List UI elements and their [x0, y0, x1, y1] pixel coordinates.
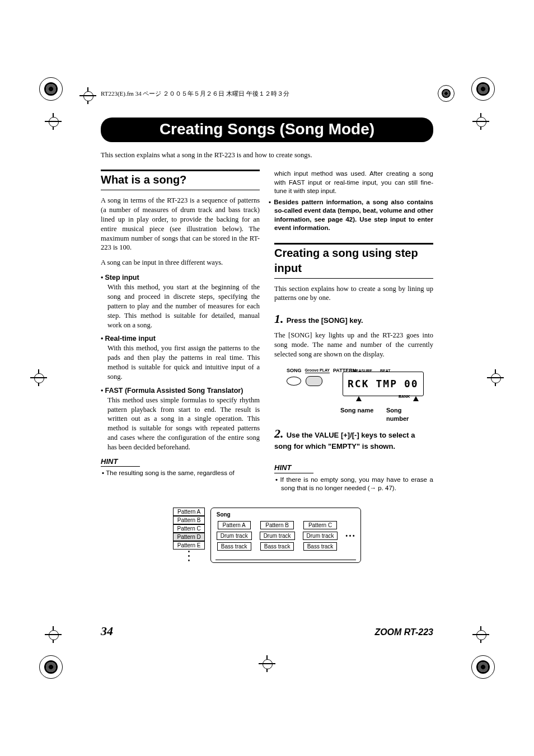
section2-intro: This section explains how to create a so…: [274, 284, 433, 303]
pattern-name: Pattern C: [303, 521, 337, 529]
right-column: which input method was used. After creat…: [274, 170, 433, 493]
song-label: Song: [217, 511, 355, 518]
method-title: FAST (Formula Assisted Song Translator): [105, 387, 243, 395]
song-box: Song Pattern A Drum track Bass track Pat…: [210, 508, 361, 563]
section-heading-what-is-song: What is a song?: [101, 170, 260, 190]
section1-paragraph2: A song can be input in three different w…: [101, 258, 260, 267]
pattern-cell: Pattern D: [173, 533, 204, 541]
crop-mark-icon: [45, 113, 62, 130]
step1-body: The [SONG] key lights up and the RT-223 …: [274, 331, 433, 359]
model-name: ZOOM RT-223: [374, 627, 433, 637]
hint-item: The resulting song is the same, regardle…: [107, 469, 260, 478]
crop-mark-icon: [472, 626, 489, 643]
hint-body: If there is no empty song, you may have …: [281, 476, 433, 493]
bass-track: Bass track: [303, 542, 338, 551]
crop-mark-icon: [472, 113, 489, 130]
hint-heading: HINT: [101, 457, 140, 467]
header-text: RT223(E).fm 34 ページ ２００５年５月２６日 木曜日 午後１２時３…: [101, 90, 289, 98]
hint-item: If there is no empty song, you may have …: [281, 476, 433, 493]
arrow-up-icon: [413, 396, 419, 401]
section1-paragraph1: A song in terms of the RT-223 is a seque…: [101, 196, 260, 252]
step-number: 2.: [274, 426, 284, 440]
song-structure-diagram: Pattern A Pattern B Pattern C Pattern D …: [101, 508, 433, 563]
pattern-list: Pattern A Pattern B Pattern C Pattern D …: [173, 508, 204, 563]
registration-mark-icon: [39, 655, 63, 679]
pattern-cell: Pattern C: [173, 524, 204, 533]
step-title: Use the VALUE [+]/[-] keys to select a s…: [274, 431, 415, 451]
bass-track: Bass track: [217, 542, 251, 551]
crop-mark-icon: [30, 369, 47, 386]
song-pattern: Pattern C Drum track Bass track: [303, 521, 338, 551]
left-column: What is a song? A song in terms of the R…: [101, 170, 260, 493]
page-title: Creating Songs (Song Mode): [101, 118, 433, 142]
hint-heading: HINT: [274, 463, 313, 473]
drum-track: Drum track: [303, 532, 338, 540]
registration-mark-icon: [438, 85, 455, 102]
step-1: 1. Press the [SONG] key.: [274, 311, 433, 327]
brace-icon: [216, 556, 356, 560]
hint-body: The resulting song is the same, regardle…: [107, 469, 260, 478]
pattern-cell: Pattern B: [173, 516, 204, 524]
registration-mark-icon: [471, 655, 495, 679]
dots-icon: • • •: [345, 533, 354, 539]
step-title: Press the [SONG] key.: [287, 316, 363, 325]
knob-icon: [287, 377, 301, 386]
drum-track: Drum track: [217, 532, 252, 540]
section-heading-step-input: Creating a song using step input: [274, 243, 433, 279]
lcd-song-number: 00: [404, 377, 419, 391]
display-label-song: SONG: [287, 367, 302, 374]
crop-mark-icon: [45, 626, 62, 643]
hint-item: Besides pattern information, a song also…: [274, 198, 433, 233]
display-label-groove: Groove PLAY: [305, 368, 330, 373]
crop-mark-icon: [79, 87, 96, 104]
registration-mark-icon: [39, 77, 63, 101]
lcd-screen: RCK TMP 00: [343, 372, 424, 396]
display-label-bank: BANK: [399, 394, 410, 399]
lcd-song-name: RCK: [348, 377, 369, 391]
crop-mark-icon: [487, 369, 504, 386]
lcd-tempo: TMP: [376, 377, 398, 391]
method-title: Step input: [105, 274, 139, 281]
hint-item: which input method was used. After creat…: [274, 170, 433, 196]
intro-text: This section explains what a song in the…: [101, 151, 433, 159]
arrow-up-icon: [356, 396, 362, 401]
document-header: RT223(E).fm 34 ページ ２００５年５月２６日 木曜日 午後１２時３…: [101, 90, 289, 98]
step-number: 1.: [274, 312, 284, 326]
pattern-name: Pattern A: [218, 521, 251, 529]
method-title: Real-time input: [105, 335, 156, 342]
step-2: 2. Use the VALUE [+]/[-] keys to select …: [274, 425, 433, 452]
pattern-name: Pattern B: [260, 521, 294, 529]
input-methods-list: Step input With this method, you start a…: [101, 273, 260, 452]
button-icon: [306, 376, 322, 386]
method-body: With this method, you first assign the p…: [107, 344, 260, 382]
registration-mark-icon: [471, 77, 495, 101]
hint-continuation: which input method was used. After creat…: [274, 170, 433, 233]
page-number: 34: [101, 624, 113, 638]
method-body: With this method, you start at the begin…: [107, 283, 260, 330]
method-body: This method uses simple formulas to spec…: [107, 396, 260, 452]
pattern-cell: Pattern A: [173, 508, 204, 516]
dots-icon: •••: [173, 550, 204, 563]
page: RT223(E).fm 34 ページ ２００５年５月２６日 木曜日 午後１２時３…: [0, 0, 534, 756]
song-pattern: Pattern B Drum track Bass track: [260, 521, 295, 551]
caption-song-name: Song name: [340, 406, 373, 415]
bass-track: Bass track: [260, 542, 294, 551]
song-pattern: Pattern A Drum track Bass track: [217, 521, 252, 551]
caption-song-number: Song number: [386, 406, 421, 423]
page-footer: 34 ZOOM RT-223: [101, 624, 433, 638]
crop-mark-icon: [259, 655, 275, 672]
drum-track: Drum track: [260, 532, 295, 540]
lcd-display-figure: SONG Groove PLAY PATTERN MEASURE BEAT RC…: [287, 367, 421, 417]
